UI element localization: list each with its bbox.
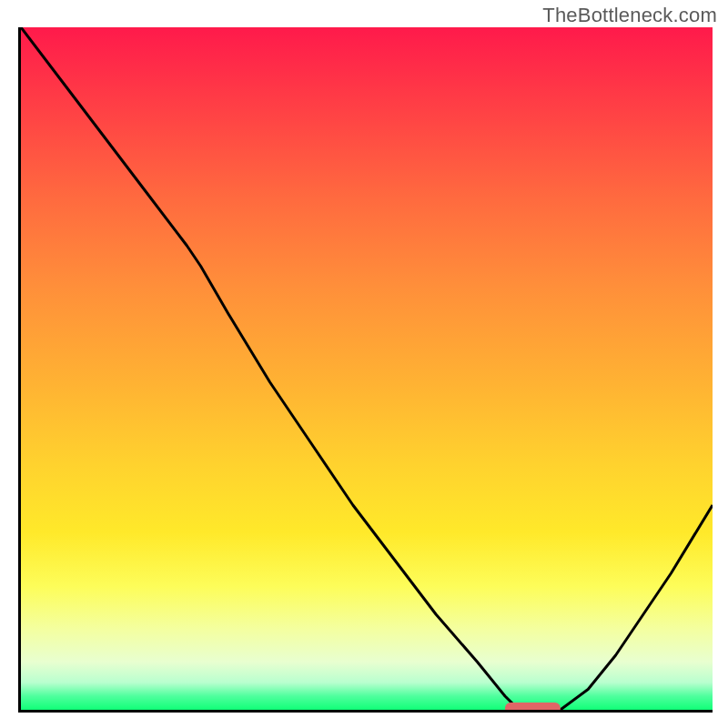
watermark-label: TheBottleneck.com xyxy=(542,4,717,27)
plot-area xyxy=(18,27,713,713)
bottleneck-curve xyxy=(21,27,713,710)
optimal-marker xyxy=(505,703,561,710)
chart-overlay xyxy=(21,27,713,710)
chart-container: TheBottleneck.com xyxy=(0,0,728,728)
